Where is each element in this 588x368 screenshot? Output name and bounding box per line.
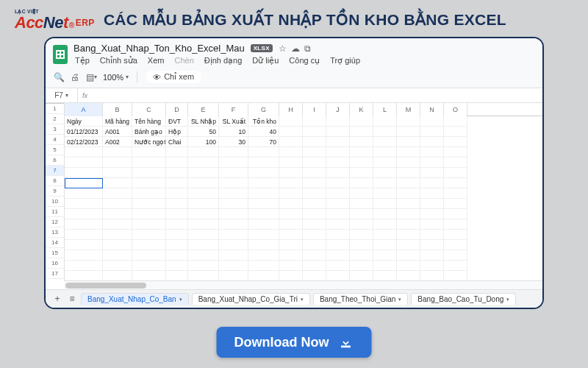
cell[interactable] (420, 127, 444, 137)
cell[interactable] (350, 240, 373, 250)
cell[interactable] (373, 250, 397, 261)
cell[interactable] (326, 271, 350, 280)
cell[interactable] (373, 116, 397, 127)
cell[interactable]: SL Xuất (219, 116, 248, 127)
cell[interactable] (373, 271, 397, 280)
cell[interactable]: A002 (103, 137, 132, 147)
document-title[interactable]: Bang_Xuat_Nhap_Ton_Kho_Excel_Mau (74, 43, 245, 54)
cell[interactable] (132, 271, 166, 280)
cell[interactable]: 70 (248, 137, 279, 147)
row-header[interactable]: 1 (46, 104, 64, 114)
cell[interactable] (373, 209, 397, 219)
cell[interactable] (397, 116, 420, 127)
cell[interactable] (397, 168, 420, 178)
horizontal-scrollbar[interactable] (64, 280, 542, 289)
sheet-grid[interactable]: 1234567891011121314151617181920 ABCDEFGH… (46, 103, 542, 280)
cell[interactable] (373, 261, 397, 271)
cell[interactable] (65, 261, 103, 271)
cell[interactable] (303, 147, 326, 158)
cell[interactable] (420, 271, 444, 280)
cell[interactable] (103, 230, 132, 240)
cell[interactable]: Tồn kho (248, 116, 279, 127)
cell[interactable] (279, 199, 303, 209)
column-header[interactable]: M (397, 103, 420, 116)
cell[interactable] (279, 188, 303, 199)
cell[interactable]: Chai (166, 137, 188, 147)
row-header[interactable]: 16 (46, 258, 64, 269)
cell[interactable] (166, 188, 188, 199)
cell[interactable] (397, 137, 420, 147)
cell[interactable] (65, 250, 103, 261)
cell[interactable] (326, 168, 350, 178)
cell[interactable] (248, 230, 279, 240)
cell[interactable] (420, 261, 444, 271)
menu-insert[interactable]: Chèn (173, 55, 195, 66)
cell[interactable] (219, 188, 248, 199)
cell[interactable] (65, 178, 103, 188)
cell[interactable] (420, 147, 444, 158)
menu-edit[interactable]: Chỉnh sửa (98, 55, 139, 66)
cell[interactable] (303, 127, 326, 137)
cell[interactable] (188, 147, 219, 158)
menu-data[interactable]: Dữ liệu (251, 55, 280, 66)
cell[interactable] (103, 261, 132, 271)
row-header[interactable]: 17 (46, 269, 64, 279)
cell[interactable]: 02/12/2023 (65, 137, 103, 147)
cell[interactable] (188, 230, 219, 240)
cell[interactable] (350, 261, 373, 271)
sheet-tab[interactable]: Bang_Xuat_Nhap_Co_Gia_Tri▾ (192, 293, 310, 305)
cell[interactable]: A001 (103, 127, 132, 137)
cell[interactable] (188, 178, 219, 188)
cell[interactable] (373, 158, 397, 168)
cell[interactable] (279, 240, 303, 250)
cell[interactable] (132, 250, 166, 261)
cell[interactable] (444, 261, 467, 271)
add-sheet-icon[interactable]: + (51, 294, 63, 304)
cell[interactable] (219, 271, 248, 280)
cell[interactable] (248, 199, 279, 209)
cell[interactable] (166, 209, 188, 219)
cell[interactable] (166, 250, 188, 261)
print-icon[interactable]: 🖨 (69, 71, 81, 83)
cell[interactable] (350, 168, 373, 178)
cell[interactable] (219, 178, 248, 188)
cell[interactable] (444, 240, 467, 250)
cell[interactable]: Bánh gạo (132, 127, 166, 137)
cell[interactable] (248, 188, 279, 199)
cell[interactable] (303, 261, 326, 271)
cell[interactable] (219, 209, 248, 219)
column-header[interactable]: K (350, 103, 373, 116)
cell[interactable] (373, 230, 397, 240)
cell[interactable] (219, 158, 248, 168)
cell[interactable] (166, 240, 188, 250)
column-header[interactable]: C (132, 103, 166, 116)
menu-view[interactable]: Xem (146, 55, 166, 66)
filter-icon[interactable]: ▤▾ (85, 71, 97, 83)
cell[interactable] (326, 127, 350, 137)
cell[interactable]: Nước ngọt (132, 137, 166, 147)
cell[interactable] (303, 168, 326, 178)
cell[interactable] (132, 261, 166, 271)
row-header[interactable]: 8 (46, 176, 64, 186)
cell[interactable]: Tên hàng (132, 116, 166, 127)
cell[interactable] (326, 188, 350, 199)
column-header[interactable]: J (326, 103, 350, 116)
cell[interactable] (326, 178, 350, 188)
cell[interactable] (279, 209, 303, 219)
cell[interactable] (444, 147, 467, 158)
cell[interactable] (397, 250, 420, 261)
cell[interactable] (248, 219, 279, 230)
cell[interactable] (279, 137, 303, 147)
sheet-tab[interactable]: Bang_Bao_Cao_Tu_Dong▾ (411, 293, 516, 305)
cell[interactable] (303, 137, 326, 147)
cell[interactable] (103, 168, 132, 178)
cell[interactable] (65, 199, 103, 209)
cell[interactable] (397, 199, 420, 209)
column-header[interactable]: N (420, 103, 444, 116)
cell[interactable] (373, 137, 397, 147)
row-header[interactable]: 9 (46, 186, 64, 197)
cell[interactable] (279, 127, 303, 137)
cell[interactable] (326, 199, 350, 209)
cell[interactable] (420, 168, 444, 178)
cell[interactable] (444, 188, 467, 199)
